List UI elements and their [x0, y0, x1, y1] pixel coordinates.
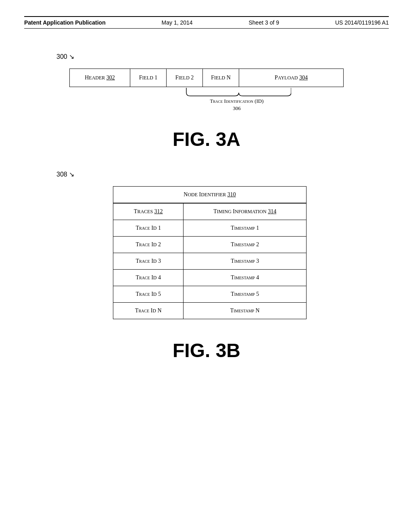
- header-patent-num: US 2014/0119196 A1: [335, 19, 389, 26]
- table-row: Trace ID 4Timestamp 4: [113, 270, 307, 286]
- packet-cell-field2: FIELD 2: [167, 69, 203, 87]
- table-row: Trace ID 1Timestamp 1: [113, 220, 307, 237]
- trace-id-cell-1: Trace ID 1: [113, 220, 184, 237]
- packet-table: HEADER 302 FIELD 1 FIELD 2 FIELD N PAYLO…: [69, 69, 344, 87]
- timestamp-cell-5: Timestamp 5: [184, 286, 307, 303]
- packet-cell-payload: PAYLOAD 304: [239, 69, 343, 87]
- bracket-svg: [182, 87, 291, 97]
- fig3a-section: 300 ↘ HEADER 302 FIELD 1 FIELD 2 FIELD N…: [24, 53, 389, 150]
- table-row: Trace ID 2Timestamp 2: [113, 237, 307, 253]
- ref-300-label: 300 ↘: [56, 53, 74, 60]
- trace-id-cell-4: Trace ID 4: [113, 270, 184, 286]
- header-date: May 1, 2014: [162, 19, 193, 26]
- trace-id-label: Trace Identification (ID) 306: [210, 98, 263, 112]
- node-table: NODE IDENTIFIER 310 TRACES 312 TIMING IN…: [113, 186, 307, 319]
- timestamp-cell-4: Timestamp 4: [184, 270, 307, 286]
- packet-structure: HEADER 302 FIELD 1 FIELD 2 FIELD N PAYLO…: [24, 69, 389, 112]
- table-row: Trace ID 5Timestamp 5: [113, 286, 307, 303]
- trace-id-text1: Trace Identification (ID): [210, 98, 263, 104]
- ref-308-area: 308 ↘: [56, 170, 389, 178]
- col-traces-header: TRACES 312: [113, 203, 184, 220]
- trace-id-cell-2: Trace ID 2: [113, 237, 184, 253]
- timestamp-cell-2: Timestamp 2: [184, 237, 307, 253]
- timestamp-cell-6: Timestamp N: [184, 303, 307, 319]
- trace-id-cell-6: Trace ID N: [113, 303, 184, 319]
- table-row: Trace ID 3Timestamp 3: [113, 253, 307, 270]
- node-table-body: Trace ID 1Timestamp 1Trace ID 2Timestamp…: [113, 220, 307, 319]
- ref-308-label: 308 ↘: [56, 171, 74, 178]
- fig3b-section: 308 ↘ NODE IDENTIFIER 310 TRACES 312 TIM…: [24, 170, 389, 362]
- header-sheet: Sheet 3 of 9: [249, 19, 280, 26]
- ref-300-area: 300 ↘: [56, 53, 389, 60]
- table-header-row: TRACES 312 TIMING INFORMATION 314: [113, 203, 307, 220]
- pub-title: Patent Application Publication: [24, 19, 106, 26]
- trace-id-bracket-area: Trace Identification (ID) 306: [182, 87, 291, 112]
- packet-cell-header: HEADER 302: [70, 69, 130, 87]
- trace-id-cell-3: Trace ID 3: [113, 253, 184, 270]
- node-id-header: NODE IDENTIFIER 310: [113, 187, 307, 204]
- timestamp-cell-3: Timestamp 3: [184, 253, 307, 270]
- timestamp-cell-1: Timestamp 1: [184, 220, 307, 237]
- trace-id-area: Trace Identification (ID) 306: [69, 87, 344, 112]
- header-bar: Patent Application Publication May 1, 20…: [24, 16, 389, 29]
- packet-cell-field1: FIELD 1: [130, 69, 167, 87]
- trace-id-cell-5: Trace ID 5: [113, 286, 184, 303]
- col-timing-header: TIMING INFORMATION 314: [184, 203, 307, 220]
- node-id-row: NODE IDENTIFIER 310: [113, 187, 307, 204]
- table-row: Trace ID NTimestamp N: [113, 303, 307, 319]
- packet-cell-fieldn: FIELD N: [203, 69, 239, 87]
- fig3a-label: FIG. 3A: [24, 128, 389, 150]
- page: Patent Application Publication May 1, 20…: [0, 0, 413, 532]
- fig3b-label: FIG. 3B: [24, 339, 389, 362]
- trace-id-text2: 306: [233, 105, 241, 111]
